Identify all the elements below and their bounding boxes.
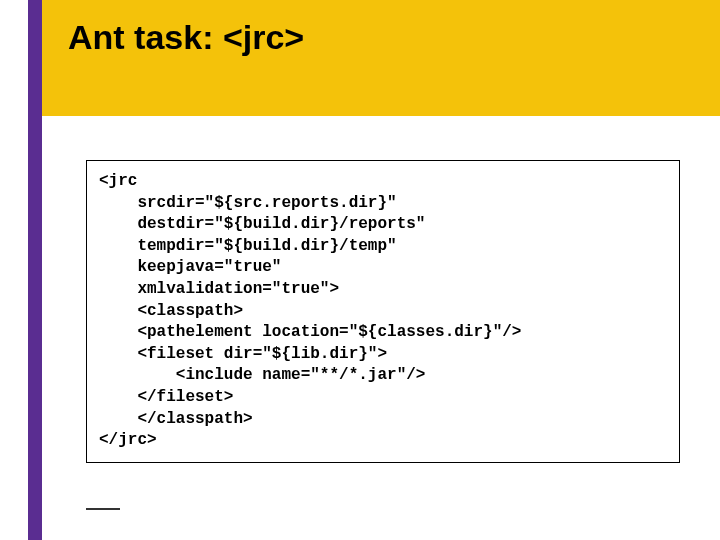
slide-title: Ant task: <jrc> — [68, 18, 304, 57]
code-block: <jrc srcdir="${src.reports.dir}" destdir… — [86, 160, 680, 463]
slide: Ant task: <jrc> <jrc srcdir="${src.repor… — [0, 0, 720, 540]
code-text: <jrc srcdir="${src.reports.dir}" destdir… — [99, 171, 667, 452]
left-accent-bar — [28, 0, 42, 540]
footer-rule — [86, 508, 120, 510]
